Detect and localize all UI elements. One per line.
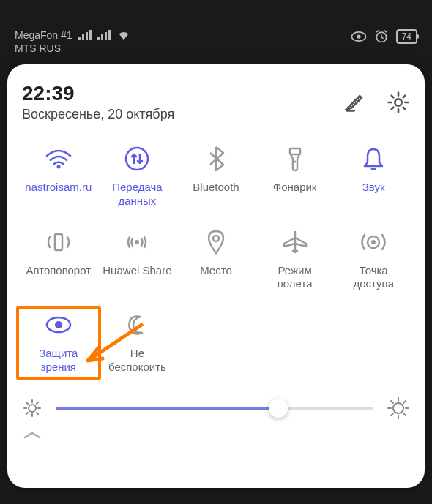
svg-rect-8	[55, 234, 62, 250]
tile-label: Передача данных	[112, 181, 162, 208]
edit-icon[interactable]	[344, 91, 366, 113]
svg-point-14	[55, 321, 62, 328]
gear-icon[interactable]	[387, 91, 410, 114]
brightness-row	[22, 396, 410, 420]
svg-point-10	[213, 236, 219, 241]
brightness-slider[interactable]	[56, 407, 373, 410]
panel-handle[interactable]	[22, 430, 410, 439]
brightness-high-icon	[387, 396, 410, 420]
share-icon	[124, 231, 150, 253]
moon-icon	[126, 314, 148, 336]
quick-settings-panel: 22:39 Воскресенье, 20 октября nastroisam…	[7, 64, 425, 488]
tile-eye-comfort[interactable]: Защита зрения	[16, 306, 101, 380]
rotate-icon	[45, 231, 72, 253]
tile-auto-rotate[interactable]: Автоповорот	[22, 229, 95, 292]
location-icon	[206, 230, 226, 255]
tile-wifi[interactable]: nastroisam.ru	[22, 146, 95, 208]
svg-point-1	[357, 34, 360, 38]
tile-label: Bluetooth	[193, 181, 239, 195]
brightness-low-icon	[22, 398, 42, 418]
tile-mobile-data[interactable]: Передача данных	[101, 146, 174, 208]
carrier-1: MegaFon #1	[15, 29, 72, 41]
tile-sound[interactable]: Звук	[337, 146, 410, 208]
data-icon	[124, 146, 149, 171]
svg-point-9	[135, 240, 139, 244]
eye-comfort-icon	[351, 31, 367, 42]
svg-point-11	[371, 240, 376, 244]
chevron-up-icon	[22, 430, 42, 439]
tile-label: Место	[200, 264, 232, 278]
status-bar: MegaFon #1 MTS RUS 74	[0, 0, 432, 62]
tile-label: Автоповорот	[26, 264, 92, 278]
signal-icon	[97, 30, 111, 40]
tile-label: Huawei Share	[103, 264, 171, 278]
tile-hotspot[interactable]: Точка доступа	[337, 229, 410, 292]
svg-point-16	[393, 403, 403, 413]
svg-point-3	[395, 99, 401, 105]
tile-bluetooth[interactable]: Bluetooth	[179, 146, 253, 208]
clock-time: 22:39	[22, 82, 174, 105]
hotspot-icon	[360, 230, 387, 254]
eye-icon	[45, 316, 72, 334]
tiles-grid: nastroisam.ru Передача данных Bluetooth …	[22, 146, 410, 375]
svg-point-15	[29, 405, 36, 412]
clock-date: Воскресенье, 20 октября	[22, 107, 174, 122]
bluetooth-icon	[207, 146, 225, 172]
svg-point-5	[126, 148, 148, 170]
tile-label: Защита зрения	[39, 347, 78, 375]
svg-point-7	[294, 161, 296, 163]
bell-icon	[362, 146, 385, 171]
svg-rect-6	[290, 148, 300, 154]
alarm-icon	[374, 29, 389, 44]
carrier-2: MTS RUS	[15, 42, 131, 54]
wifi-icon	[116, 29, 131, 41]
tile-label: Режим полета	[278, 264, 313, 292]
wifi-icon	[45, 148, 72, 169]
battery-indicator: 74	[396, 29, 417, 44]
tile-location[interactable]: Место	[179, 229, 253, 292]
svg-point-4	[56, 165, 60, 169]
tile-label: Фонарик	[273, 181, 317, 195]
tile-label: Не беспокоить	[108, 347, 166, 375]
tile-huawei-share[interactable]: Huawei Share	[101, 229, 174, 292]
tile-label: Точка доступа	[353, 264, 394, 292]
signal-icon	[78, 30, 92, 40]
status-carriers: MegaFon #1 MTS RUS	[15, 29, 131, 54]
airplane-icon	[283, 230, 308, 254]
tile-label: nastroisam.ru	[25, 181, 92, 195]
tile-flashlight[interactable]: Фонарик	[258, 146, 332, 208]
tile-label: Звук	[362, 181, 385, 195]
tile-do-not-disturb[interactable]: Не беспокоить	[101, 312, 174, 375]
tile-airplane-mode[interactable]: Режим полета	[258, 229, 332, 292]
flashlight-icon	[287, 146, 303, 172]
slider-thumb[interactable]	[269, 399, 288, 418]
